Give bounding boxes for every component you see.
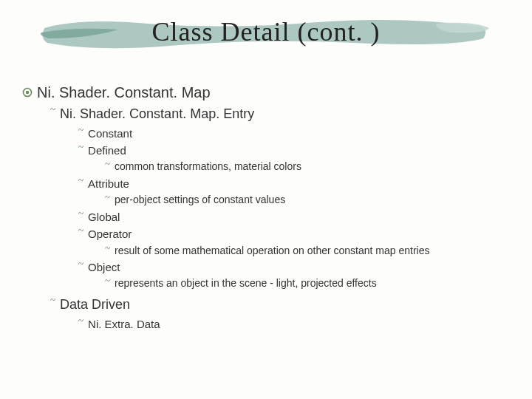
item-label: Data Driven: [60, 295, 130, 316]
scribble-bullet-icon: ~: [78, 259, 83, 268]
page-title: Class Detail (cont. ): [0, 16, 532, 47]
scribble-bullet-icon: ~: [78, 208, 83, 218]
scribble-bullet-icon: ~: [105, 243, 110, 253]
item-label: Ni. Shader. Constant. Map. Entry: [60, 104, 254, 125]
item-label: Constant: [88, 125, 132, 142]
item-object: ~ Object: [78, 259, 517, 276]
item-label: common transformations, material colors: [115, 159, 301, 175]
item-attribute-note: ~ per-object settings of constant values: [105, 192, 517, 208]
item-label: Global: [88, 208, 120, 225]
item-niextra: ~ Ni. Extra. Data: [78, 316, 517, 332]
item-attribute: ~ Attribute: [78, 175, 517, 192]
item-label: represents an object in the scene - ligh…: [115, 276, 377, 292]
scribble-bullet-icon: ~: [105, 192, 110, 202]
scribble-bullet-icon: ~: [105, 276, 110, 285]
outline: Ni. Shader. Constant. Map ~ Ni. Shader. …: [22, 81, 517, 332]
item-object-note: ~ represents an object in the scene - li…: [105, 276, 517, 292]
item-operator: ~ Operator: [78, 225, 517, 242]
scribble-bullet-icon: ~: [78, 125, 83, 134]
scribble-bullet-icon: ~: [78, 316, 83, 325]
scribble-bullet-icon: ~: [50, 295, 55, 304]
item-datadriven: ~ Data Driven: [50, 295, 517, 316]
item-label: Ni. Shader. Constant. Map: [37, 81, 211, 104]
item-shaderconstantmap-entry: ~ Ni. Shader. Constant. Map. Entry: [50, 104, 517, 125]
item-shaderconstantmap: Ni. Shader. Constant. Map: [22, 81, 517, 104]
scribble-bullet-icon: ~: [78, 175, 83, 185]
item-global: ~ Global: [78, 208, 517, 225]
item-label: Object: [88, 259, 120, 276]
item-operator-note: ~ result of some mathematical operation …: [105, 243, 517, 259]
svg-point-1: [26, 91, 29, 94]
item-label: per-object settings of constant values: [115, 192, 285, 208]
item-defined-note: ~ common transformations, material color…: [105, 159, 517, 175]
item-label: result of some mathematical operation on…: [115, 243, 429, 259]
item-constant: ~ Constant: [78, 125, 517, 142]
item-label: Attribute: [88, 175, 129, 192]
scribble-bullet-icon: ~: [50, 104, 55, 114]
item-label: Operator: [88, 225, 132, 242]
item-defined: ~ Defined: [78, 142, 517, 159]
scribble-bullet-icon: ~: [78, 225, 83, 235]
item-label: Ni. Extra. Data: [88, 316, 160, 332]
scribble-bullet-icon: ~: [105, 159, 110, 168]
scribble-bullet-icon: ~: [78, 142, 83, 151]
bullet-circle-icon: [22, 81, 33, 104]
item-label: Defined: [88, 142, 126, 159]
